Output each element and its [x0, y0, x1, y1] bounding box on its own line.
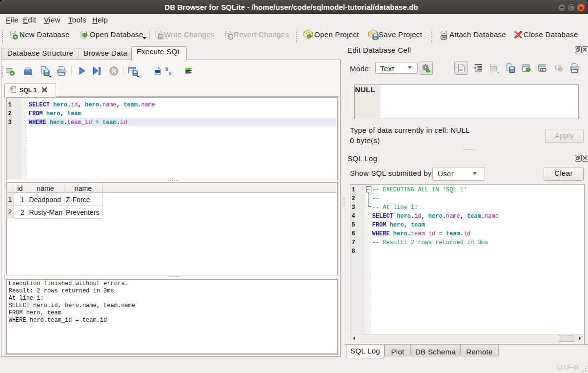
svg-text:b: b [165, 66, 168, 72]
svg-text:a: a [169, 69, 172, 76]
